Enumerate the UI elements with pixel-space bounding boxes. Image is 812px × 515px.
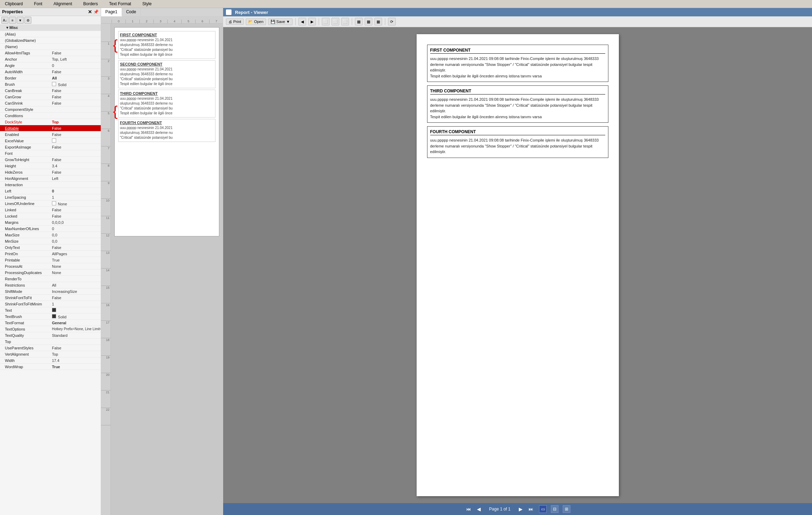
fit-height-button[interactable]: ⬜ — [341, 18, 349, 25]
topbar-font[interactable]: Font — [32, 1, 44, 7]
designer-section-2[interactable]: THIRD COMPONENT uuu.ppppp nesnesinin 21.… — [118, 90, 215, 118]
prop-cangrow[interactable]: CanGrowFalse — [0, 94, 101, 100]
prop-angle[interactable]: Angle0 — [0, 62, 101, 69]
prop-top[interactable]: Top — [0, 339, 101, 345]
prop-restrictions[interactable]: RestrictionsAll — [0, 282, 101, 288]
sort-az-button[interactable]: A↓ — [1, 17, 8, 24]
side-mark-10: 10 — [101, 199, 111, 216]
prop-maxnumberoflines[interactable]: MaxNumberOfLines0 — [0, 226, 101, 232]
prop-printon[interactable]: PrintOnAllPages — [0, 251, 101, 257]
next-page-button[interactable]: ▶ — [517, 505, 524, 513]
designer-tab-page1[interactable]: Page1 — [101, 8, 122, 16]
prop-excelvalue[interactable]: ExcelValue — [0, 138, 101, 144]
zoom-out-button[interactable]: ◀ — [298, 18, 306, 25]
section-2-content: uuu.ppppp nesnesinin 21.04.2021 oluşturu… — [120, 96, 214, 116]
topbar-style[interactable]: Style — [140, 1, 154, 7]
prop-useparentstyles[interactable]: UseParentStylesFalse — [0, 345, 101, 351]
prop-linked[interactable]: LinkedFalse — [0, 207, 101, 213]
print-button[interactable]: 🖨 Print — [226, 18, 244, 25]
fit-page-button[interactable]: ⬜ — [322, 18, 329, 25]
prop-canshrink[interactable]: CanShrinkFalse — [0, 100, 101, 106]
layout2-button[interactable]: ▦ — [365, 18, 372, 25]
topbar-borders[interactable]: Borders — [81, 1, 100, 7]
prop-textbrush[interactable]: TextBrush Solid — [0, 313, 101, 320]
fit-width-button[interactable]: ⬜ — [332, 18, 339, 25]
layout1-button[interactable]: ▦ — [355, 18, 363, 25]
double-page-view-button[interactable]: ⊟ — [551, 505, 559, 513]
prop-minsize[interactable]: MinSize0,0 — [0, 238, 101, 244]
topbar-clipboard[interactable]: Clipboard — [3, 1, 25, 7]
prop-wordwrap[interactable]: WordWrapTrue — [0, 364, 101, 370]
prop-maxsize[interactable]: MaxSize0,0 — [0, 232, 101, 238]
prop-autowidth[interactable]: AutoWidthFalse — [0, 69, 101, 75]
first-page-button[interactable]: ⏮ — [465, 505, 472, 513]
prop-dockstyle[interactable]: DockStyleTop — [0, 119, 101, 125]
prop-linesofunderline[interactable]: LinesOfUnderline None — [0, 200, 101, 207]
prop-font[interactable]: Font — [0, 150, 101, 157]
prop-interaction[interactable]: Interaction — [0, 182, 101, 188]
settings-button[interactable]: ⚙ — [24, 17, 31, 24]
prop-alias[interactable]: (Alias) — [0, 31, 101, 37]
single-page-view-button[interactable]: ▭ — [539, 505, 547, 513]
last-page-button[interactable]: ⏭ — [527, 505, 535, 513]
open-button[interactable]: 📂 Open — [246, 18, 266, 25]
prop-textquality[interactable]: TextQualityStandard — [0, 332, 101, 339]
prop-growtoheight[interactable]: GrowToHeightFalse — [0, 157, 101, 163]
prop-exportasimage[interactable]: ExportAsImageFalse — [0, 144, 101, 150]
prop-name[interactable]: (Name) — [0, 44, 101, 50]
rotate-button[interactable]: ⟳ — [388, 18, 396, 25]
zoom-in-button[interactable]: ▶ — [308, 18, 316, 25]
layout3-button[interactable]: ▦ — [374, 18, 382, 25]
prop-margins[interactable]: Margins0,0,0,0 — [0, 219, 101, 226]
prop-text[interactable]: Text — [0, 307, 101, 313]
prop-locked[interactable]: LockedFalse — [0, 213, 101, 219]
multi-page-view-button[interactable]: ⊞ — [563, 505, 570, 513]
prop-linespacing[interactable]: LineSpacing1 — [0, 194, 101, 200]
prop-horalignment[interactable]: HorAlignmentLeft — [0, 175, 101, 182]
topbar-alignment[interactable]: Alignment — [51, 1, 74, 7]
pin-icon[interactable]: 📌 — [93, 9, 99, 14]
prop-border[interactable]: BorderAll — [0, 75, 101, 81]
sort-category-button[interactable]: ≡ — [9, 17, 16, 24]
side-mark-21: 21 — [101, 391, 111, 408]
designer-section-3[interactable]: FOURTH COMPONENT uuu.ppppp nesnesinin 21… — [118, 119, 215, 142]
prop-shiftmode[interactable]: ShiftModeIncreasingSize — [0, 288, 101, 295]
designer-section-1[interactable]: SECOND COMPONENT uuu.ppppp nesnesinin 21… — [118, 60, 215, 88]
prop-printable[interactable]: PrintableTrue — [0, 257, 101, 263]
save-button[interactable]: 💾 Save ▼ — [268, 18, 293, 25]
prop-hidezeros[interactable]: HideZerosFalse — [0, 169, 101, 175]
prop-editable[interactable]: EditableFalse — [0, 125, 101, 131]
prop-textformat[interactable]: TextFormatGeneral — [0, 320, 101, 326]
designer-section-0[interactable]: FIRST COMPONENT uuu.ppppp nesnesinin 21.… — [118, 31, 215, 59]
prop-brush[interactable]: Brush Solid — [0, 81, 101, 88]
designer-canvas[interactable]: { { FIRST COMPONENT uuu.ppppp nesnesinin… — [111, 24, 223, 515]
prop-enabled[interactable]: EnabledFalse — [0, 131, 101, 138]
prop-conditions[interactable]: Conditions — [0, 113, 101, 119]
viewer-comp-0-text: uuu.ppppp nesnesinin 21.04.2021 09:08:08… — [430, 56, 605, 79]
topbar-textformat[interactable]: Text Format — [107, 1, 133, 7]
viewer-body[interactable]: FIRST COMPONENT uuu.ppppp nesnesinin 21.… — [223, 27, 812, 503]
prop-onlytext[interactable]: OnlyTextFalse — [0, 244, 101, 251]
prop-textoptions[interactable]: TextOptionsHotkey Prefix=None, Line Limi… — [0, 326, 101, 332]
prev-page-button[interactable]: ◀ — [475, 505, 483, 513]
prop-anchor[interactable]: AnchorTop, Left — [0, 56, 101, 62]
prop-processingduplicates[interactable]: ProcessingDuplicatesNone — [0, 270, 101, 276]
viewer-component-0: FIRST COMPONENT uuu.ppppp nesnesinin 21.… — [427, 45, 608, 82]
prop-width[interactable]: Width17.4 — [0, 357, 101, 364]
prop-shrinkfonttofitmin[interactable]: ShrinkFontToFitMinim1 — [0, 301, 101, 307]
prop-globalizedname[interactable]: (GlobalizedName) — [0, 37, 101, 44]
filter-button[interactable]: ▼ — [17, 17, 24, 24]
close-icon[interactable]: ✕ — [88, 9, 92, 15]
designer-tab-code[interactable]: Code — [122, 8, 141, 16]
prop-height[interactable]: Height3.4 — [0, 163, 101, 169]
prop-shrinkfonttofit[interactable]: ShrinkFontToFitFalse — [0, 295, 101, 301]
toolbar-sep-1 — [295, 18, 296, 25]
prop-canbreak[interactable]: CanBreakFalse — [0, 88, 101, 94]
prop-vertalignment[interactable]: VertAlignmentTop — [0, 351, 101, 357]
prop-left[interactable]: Left0 — [0, 188, 101, 194]
prop-renderto[interactable]: RenderTo — [0, 276, 101, 282]
prop-allowhtmltags[interactable]: AllowHtmlTagsFalse — [0, 50, 101, 56]
prop-componentstyle[interactable]: ComponentStyle — [0, 106, 101, 113]
side-mark-0 — [101, 24, 111, 42]
prop-processat[interactable]: ProcessAtNone — [0, 263, 101, 270]
